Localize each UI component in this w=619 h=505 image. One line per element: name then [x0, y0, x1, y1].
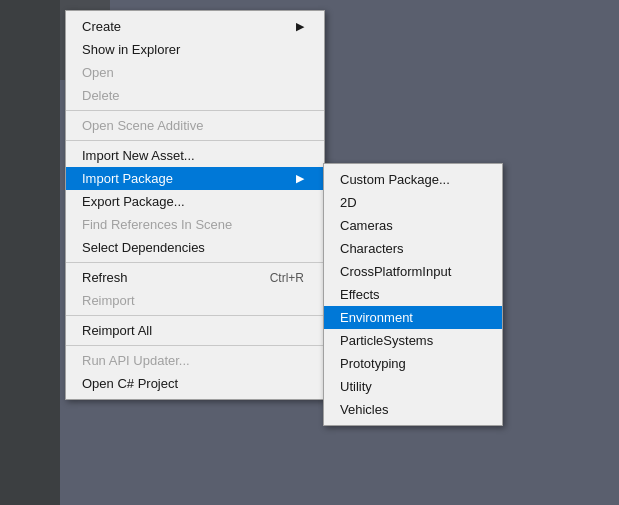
submenu-item-cameras[interactable]: Cameras	[324, 214, 502, 237]
menu-item-show-in-explorer[interactable]: Show in Explorer	[66, 38, 324, 61]
submenu-item-cross-platform-input[interactable]: CrossPlatformInput	[324, 260, 502, 283]
menu-separator-sep3	[66, 262, 324, 263]
menu-item-label-create: Create	[82, 19, 121, 34]
menu-item-label-delete: Delete	[82, 88, 120, 103]
submenu-item-label-environment: Environment	[340, 310, 413, 325]
menu-item-export-package[interactable]: Export Package...	[66, 190, 324, 213]
submenu-arrow-icon-create: ▶	[296, 20, 304, 33]
submenu-item-label-prototyping: Prototyping	[340, 356, 406, 371]
menu-item-open: Open	[66, 61, 324, 84]
submenu-item-label-characters: Characters	[340, 241, 404, 256]
menu-item-shortcut-refresh: Ctrl+R	[270, 271, 304, 285]
menu-separator-sep4	[66, 315, 324, 316]
menu-item-label-show-in-explorer: Show in Explorer	[82, 42, 180, 57]
submenu-item-label-particle-systems: ParticleSystems	[340, 333, 433, 348]
menu-item-label-export-package: Export Package...	[82, 194, 185, 209]
context-menu-wrapper: Create▶Show in ExplorerOpenDeleteOpen Sc…	[65, 10, 325, 400]
submenu-item-label-vehicles: Vehicles	[340, 402, 388, 417]
menu-item-reimport: Reimport	[66, 289, 324, 312]
menu-item-label-open-scene-additive: Open Scene Additive	[82, 118, 203, 133]
submenu-item-particle-systems[interactable]: ParticleSystems	[324, 329, 502, 352]
submenu-item-characters[interactable]: Characters	[324, 237, 502, 260]
menu-item-select-dependencies[interactable]: Select Dependencies	[66, 236, 324, 259]
context-menu: Create▶Show in ExplorerOpenDeleteOpen Sc…	[65, 10, 325, 400]
menu-item-import-package[interactable]: Import Package▶	[66, 167, 324, 190]
submenu-arrow-icon-import-package: ▶	[296, 172, 304, 185]
menu-item-reimport-all[interactable]: Reimport All	[66, 319, 324, 342]
menu-item-label-reimport-all: Reimport All	[82, 323, 152, 338]
menu-item-label-reimport: Reimport	[82, 293, 135, 308]
submenu-item-prototyping[interactable]: Prototyping	[324, 352, 502, 375]
panel-sidebar	[0, 0, 60, 505]
submenu-item-label-custom-package: Custom Package...	[340, 172, 450, 187]
menu-item-delete: Delete	[66, 84, 324, 107]
menu-item-create[interactable]: Create▶	[66, 15, 324, 38]
submenu-item-utility[interactable]: Utility	[324, 375, 502, 398]
menu-item-open-csharp[interactable]: Open C# Project	[66, 372, 324, 395]
menu-separator-sep1	[66, 110, 324, 111]
menu-item-label-import-package: Import Package	[82, 171, 173, 186]
submenu-item-effects[interactable]: Effects	[324, 283, 502, 306]
submenu-item-custom-package[interactable]: Custom Package...	[324, 168, 502, 191]
menu-item-run-api-updater: Run API Updater...	[66, 349, 324, 372]
submenu-item-label-effects: Effects	[340, 287, 380, 302]
menu-item-label-select-dependencies: Select Dependencies	[82, 240, 205, 255]
submenu-item-environment[interactable]: Environment	[324, 306, 502, 329]
menu-separator-sep5	[66, 345, 324, 346]
menu-item-label-refresh: Refresh	[82, 270, 128, 285]
submenu-item-label-cameras: Cameras	[340, 218, 393, 233]
submenu: Custom Package...2DCamerasCharactersCros…	[323, 163, 503, 426]
menu-item-label-run-api-updater: Run API Updater...	[82, 353, 190, 368]
menu-item-find-references: Find References In Scene	[66, 213, 324, 236]
menu-item-import-new-asset[interactable]: Import New Asset...	[66, 144, 324, 167]
menu-item-open-scene-additive: Open Scene Additive	[66, 114, 324, 137]
menu-item-refresh[interactable]: RefreshCtrl+R	[66, 266, 324, 289]
submenu-item-label-2d: 2D	[340, 195, 357, 210]
submenu-item-2d[interactable]: 2D	[324, 191, 502, 214]
submenu-item-label-cross-platform-input: CrossPlatformInput	[340, 264, 451, 279]
menu-separator-sep2	[66, 140, 324, 141]
submenu-item-label-utility: Utility	[340, 379, 372, 394]
submenu-item-vehicles[interactable]: Vehicles	[324, 398, 502, 421]
menu-item-label-open-csharp: Open C# Project	[82, 376, 178, 391]
menu-item-label-find-references: Find References In Scene	[82, 217, 232, 232]
menu-item-label-import-new-asset: Import New Asset...	[82, 148, 195, 163]
menu-item-label-open: Open	[82, 65, 114, 80]
